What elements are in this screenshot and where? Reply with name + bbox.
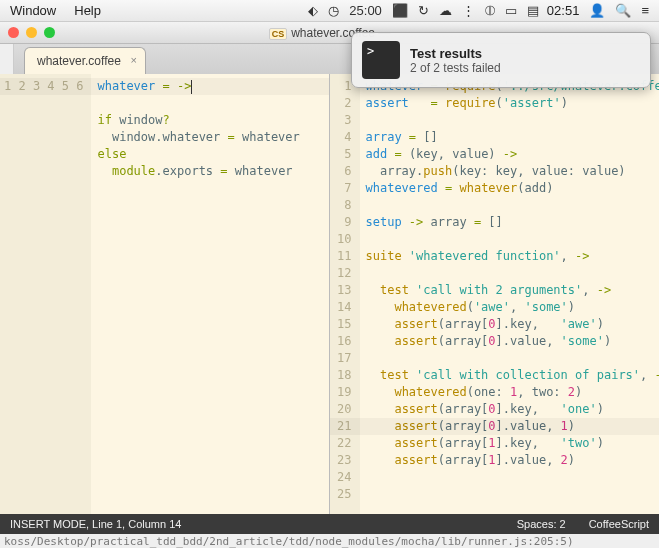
code-left[interactable]: whatever = -> if window? window.whatever…: [91, 74, 328, 514]
divider-icon: ⋮: [462, 3, 475, 18]
notifications-icon[interactable]: ≡: [641, 3, 649, 18]
editor-pane-left[interactable]: 1 2 3 4 5 6 whatever = -> if window? win…: [0, 74, 330, 514]
tab-label: whatever.coffee: [37, 54, 121, 68]
tab-close-icon[interactable]: ×: [130, 54, 136, 66]
statusbar-mode: INSERT MODE, Line 1, Column 14: [10, 518, 497, 530]
user-icon[interactable]: 👤: [589, 3, 605, 18]
editor-split: 1 2 3 4 5 6 whatever = -> if window? win…: [0, 74, 659, 514]
tab-active[interactable]: whatever.coffee ×: [24, 47, 146, 74]
battery-icon[interactable]: ▭: [505, 3, 517, 18]
menu-window[interactable]: Window: [10, 3, 56, 18]
left-window-edge: [0, 44, 14, 74]
dropbox-icon[interactable]: ⬖: [308, 3, 318, 18]
code-right[interactable]: whatever = require('../src/whatever.coff…: [360, 74, 660, 514]
line-numbers-left: 1 2 3 4 5 6: [0, 74, 91, 514]
menubar: Window Help ⬖ ◷ 25:00 ⬛ ↻ ☁ ⋮ ⦷ ▭ ▤ 02:5…: [0, 0, 659, 22]
timer-text: 25:00: [349, 3, 382, 18]
file-type-badge: CS: [269, 28, 288, 40]
editor-pane-right[interactable]: 1 2 3 4 5 6 7 8 9 10 11 12 13 14 15 16 1…: [330, 74, 660, 514]
cloud-icon[interactable]: ☁: [439, 3, 452, 18]
flag-icon[interactable]: ▤: [527, 3, 539, 18]
statusbar-language[interactable]: CoffeeScript: [589, 518, 649, 530]
clock[interactable]: 02:51: [547, 3, 580, 18]
search-icon[interactable]: 🔍: [615, 3, 631, 18]
background-terminal-bottom: koss/Desktop/practical_tdd_bdd/2nd_artic…: [0, 534, 659, 548]
sync-icon[interactable]: ↻: [418, 3, 429, 18]
menu-help[interactable]: Help: [74, 3, 101, 18]
bookmark-icon[interactable]: ⬛: [392, 3, 408, 18]
notification-title: Test results: [410, 46, 501, 61]
timer-icon[interactable]: ◷: [328, 3, 339, 18]
wifi-icon[interactable]: ⦷: [485, 3, 495, 19]
terminal-icon: [362, 41, 400, 79]
notification-subtitle: 2 of 2 tests failed: [410, 61, 501, 75]
notification-test-results[interactable]: Test results 2 of 2 tests failed: [351, 32, 651, 88]
statusbar: INSERT MODE, Line 1, Column 14 Spaces: 2…: [0, 514, 659, 534]
line-numbers-right: 1 2 3 4 5 6 7 8 9 10 11 12 13 14 15 16 1…: [330, 74, 360, 514]
statusbar-spaces[interactable]: Spaces: 2: [517, 518, 566, 530]
